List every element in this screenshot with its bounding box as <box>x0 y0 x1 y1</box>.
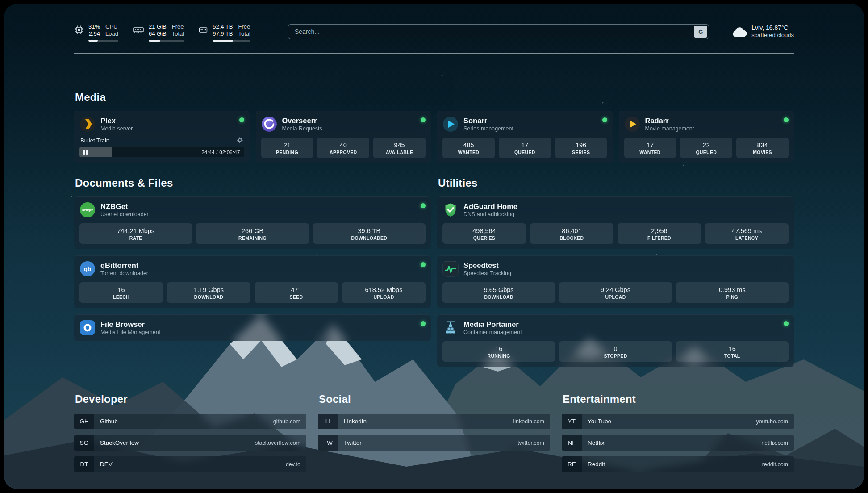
bookmark-twitter[interactable]: TW Twitter twitter.com <box>318 435 550 451</box>
memory-icon <box>133 25 144 35</box>
sonarr-stat-series: 196 SERIES <box>555 138 607 158</box>
radarr-status-dot <box>784 117 789 122</box>
weather-widget: Lviv, 16.87°C scattered clouds <box>731 24 794 39</box>
qbittorrent-stat-download: 1.19 Gbps DOWNLOAD <box>167 282 250 303</box>
radarr-stat-wanted: 17 WANTED <box>624 138 676 158</box>
bookmark-abbr: RE <box>562 456 582 472</box>
sonarr-stat-queued: 17 QUEUED <box>499 138 551 158</box>
speedtest-subtitle: Speedtest Tracking <box>463 270 511 277</box>
pause-icon[interactable] <box>83 150 88 155</box>
bookmark-reddit[interactable]: RE Reddit reddit.com <box>562 456 794 472</box>
filebrowser-subtitle: Media File Management <box>100 329 160 336</box>
header-divider <box>74 53 794 54</box>
cpu-load-label: Load <box>105 30 118 38</box>
section-media-heading: Media <box>75 91 794 104</box>
radarr-service-link[interactable]: Radarr Movie management <box>624 116 789 132</box>
bookmark-dev[interactable]: DT DEV dev.to <box>74 456 306 472</box>
disk-total-label: Total <box>238 30 250 38</box>
overseerr-icon <box>261 116 277 132</box>
cloud-icon <box>731 26 747 38</box>
section-utilities-heading: Utilities <box>438 177 794 189</box>
top-bar: 31% CPU 2.94 Load <box>74 23 794 42</box>
portainer-stat-running: 16 RUNNING <box>442 341 555 362</box>
gear-icon[interactable] <box>236 137 243 144</box>
nzbget-stat-remaining: 266 GB REMAINING <box>196 223 309 244</box>
search-provider-button[interactable]: G <box>694 26 707 38</box>
bookmark-name: LinkedIn <box>344 418 367 425</box>
adguard-card: AdGuard Home DNS and adblocking 498,564 … <box>437 196 794 249</box>
overseerr-stat-pending: 21 PENDING <box>261 138 313 158</box>
bookmark-url: linkedin.com <box>513 418 550 425</box>
section-documents-heading: Documents & Files <box>75 177 431 189</box>
nzbget-title: NZBGet <box>100 202 149 211</box>
bookmark-github[interactable]: GH Github github.com <box>74 414 306 429</box>
bookmark-abbr: YT <box>562 414 582 429</box>
bookmark-abbr: DT <box>74 456 94 472</box>
cpu-load-value: 2.94 <box>88 30 100 38</box>
qbittorrent-subtitle: Torrent downloader <box>100 270 148 277</box>
bookmark-stackoverflow[interactable]: SO StackOverflow stackoverflow.com <box>74 435 306 451</box>
portainer-status-dot <box>784 321 789 326</box>
portainer-icon <box>442 320 459 336</box>
search-input[interactable] <box>288 24 709 39</box>
section-entertainment-heading: Entertainment <box>563 393 794 405</box>
speedtest-card: Speedtest Speedtest Tracking 9.65 Gbps D… <box>437 255 794 308</box>
portainer-stat-stopped: 0 STOPPED <box>559 341 672 362</box>
search-bar: G <box>288 24 709 39</box>
qbittorrent-card: qb qBittorrent Torrent downloader 16 LEE… <box>74 255 431 308</box>
portainer-service-link[interactable]: Media Portainer Container management <box>442 320 789 336</box>
disk-free-label: Free <box>238 23 250 30</box>
section-developer-heading: Developer <box>75 393 306 405</box>
adguard-title: AdGuard Home <box>463 202 517 211</box>
sonarr-title: Sonarr <box>463 116 513 125</box>
filebrowser-icon <box>79 320 96 336</box>
plex-service-link[interactable]: Plex Media server <box>79 116 244 132</box>
sonarr-service-link[interactable]: Sonarr Series management <box>442 116 607 132</box>
qbittorrent-stat-seed: 471 SEED <box>255 282 338 303</box>
sonarr-stat-wanted: 485 WANTED <box>442 138 495 158</box>
disk-progress-bar <box>213 40 250 42</box>
plex-icon <box>79 116 96 132</box>
cpu-usage-label: CPU <box>105 23 118 30</box>
bookmarks-entertainment: Entertainment YT YouTube youtube.com NF … <box>562 393 794 478</box>
disk-icon <box>198 25 208 35</box>
nzbget-card: nzbget NZBGet Usenet downloader 744.21 M… <box>74 196 431 249</box>
plex-title: Plex <box>100 116 133 125</box>
disk-widget: 52.4 TB Free 97.9 TB Total <box>198 23 250 42</box>
portainer-card: Media Portainer Container management 16 … <box>437 314 794 367</box>
portainer-stat-total: 16 TOTAL <box>676 341 789 362</box>
weather-location: Lviv, 16.87°C <box>751 24 794 32</box>
speedtest-icon <box>442 261 459 277</box>
speedtest-service-link[interactable]: Speedtest Speedtest Tracking <box>442 261 789 277</box>
bookmark-url: github.com <box>273 418 306 425</box>
radarr-stat-movies: 834 MOVIES <box>736 138 789 158</box>
overseerr-service-link[interactable]: Overseerr Media Requests <box>261 116 426 132</box>
bookmark-youtube[interactable]: YT YouTube youtube.com <box>562 414 794 429</box>
overseerr-stat-approved: 40 APPROVED <box>317 138 369 158</box>
radarr-card: Radarr Movie management 17 WANTED 22 QUE… <box>619 111 794 163</box>
plex-card: Plex Media server Bullet Train <box>74 111 250 163</box>
bookmark-name: Github <box>100 418 118 425</box>
qbittorrent-service-link[interactable]: qb qBittorrent Torrent downloader <box>79 261 426 277</box>
sonarr-subtitle: Series management <box>463 125 513 132</box>
bookmark-name: StackOverflow <box>100 439 139 446</box>
bookmark-linkedin[interactable]: LI LinkedIn linkedin.com <box>318 414 550 429</box>
bookmark-name: Netflix <box>588 439 605 446</box>
radarr-title: Radarr <box>645 116 694 125</box>
svg-text:qb: qb <box>84 266 92 272</box>
cpu-widget: 31% CPU 2.94 Load <box>74 23 118 42</box>
nzbget-service-link[interactable]: nzbget NZBGet Usenet downloader <box>79 202 426 218</box>
dashboard-window: 31% CPU 2.94 Load <box>4 4 864 489</box>
adguard-service-link[interactable]: AdGuard Home DNS and adblocking <box>442 202 789 218</box>
media-card-row: Plex Media server Bullet Train <box>74 111 794 163</box>
speedtest-stat-upload: 9.24 Gbps UPLOAD <box>559 282 672 303</box>
qbittorrent-stat-upload: 618.52 Mbps UPLOAD <box>342 282 426 303</box>
cpu-progress-bar <box>88 40 118 42</box>
nzbget-subtitle: Usenet downloader <box>100 211 149 218</box>
bookmark-abbr: SO <box>74 435 94 451</box>
filebrowser-service-link[interactable]: File Browser Media File Management <box>79 320 426 336</box>
adguard-stat-latency: 47.569 ms LATENCY <box>705 223 789 244</box>
filebrowser-title: File Browser <box>100 320 160 329</box>
bookmark-netflix[interactable]: NF Netflix netflix.com <box>562 435 794 451</box>
adguard-subtitle: DNS and adblocking <box>463 211 517 218</box>
